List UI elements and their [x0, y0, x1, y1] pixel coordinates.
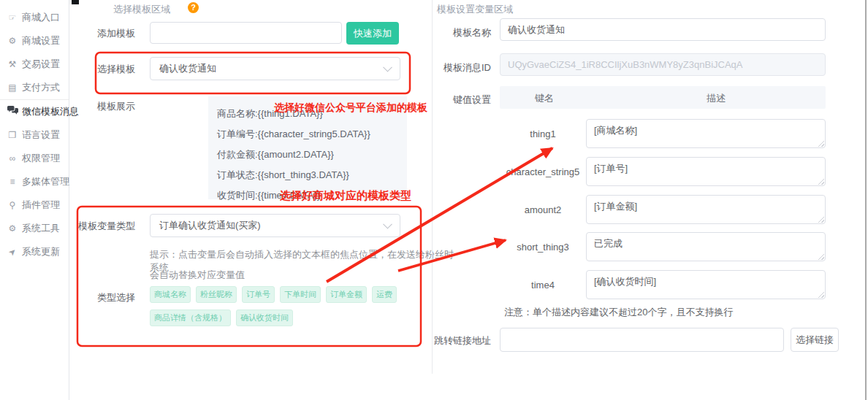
type-select-label: 类型选择 — [80, 291, 135, 304]
template-var-type-value: 订单确认收货通知(买家) — [159, 219, 261, 232]
tag-confirm-receipt-time[interactable]: 确认收货时间 — [236, 309, 293, 326]
red-annotation-note1: 选择好微信公众号平台添加的模板 — [274, 101, 427, 115]
sidebar-item-label: 商城入口 — [22, 11, 60, 24]
template-msg-id-label: 模板消息ID — [430, 61, 491, 74]
kv-key-header: 键名 — [511, 92, 577, 105]
left-section-title: 选择模板区域 — [113, 3, 170, 16]
sidebar-item-label: 交易设置 — [22, 58, 60, 71]
hand-pointer-icon: ☞ — [7, 12, 18, 23]
template-var-type-label: 模板变量类型 — [69, 220, 135, 233]
sidebar-item-payment-methods[interactable]: ▤ 支付方式 — [0, 76, 69, 99]
sidebar-item-system-update[interactable]: ➤ 系统更新 — [0, 240, 69, 264]
system-tools-icon: ⚙ — [7, 223, 18, 234]
kv-desc-header: 描述 — [628, 92, 804, 105]
sidebar-item-label: 语言设置 — [22, 128, 60, 142]
kv-desc-short-thing3-textarea[interactable]: 已完成 — [586, 232, 826, 261]
choose-link-button[interactable]: 选择链接 — [791, 328, 839, 352]
sidebar-item-trade-settings[interactable]: ⚒ 交易设置 — [0, 53, 69, 76]
template-var-type-dropdown[interactable]: 订单确认收货通知(买家) — [150, 214, 400, 237]
kv-key-time4: time4 — [500, 280, 586, 291]
kv-desc-row: [商城名称] — [586, 119, 826, 148]
kv-desc-row: [订单金额] — [586, 195, 826, 224]
gear-icon: ⚙ — [7, 36, 18, 46]
plugin-icon: ⚲ — [7, 200, 18, 210]
tools-icon: ⚒ — [7, 59, 18, 69]
kv-desc-character-string5-textarea[interactable]: [订单号] — [586, 157, 826, 186]
sidebar-item-wechat-template-message[interactable]: 微信模板消息 — [0, 99, 69, 123]
permissions-icon: ∞ — [7, 153, 18, 164]
sidebar-item-mall-entry[interactable]: ☞ 商城入口 — [0, 6, 69, 29]
kv-desc-row: [订单号] — [586, 157, 826, 186]
template-display-line: 付款金额:{{amount2.DATA}} — [217, 145, 398, 165]
sidebar-item-label: 系统更新 — [22, 245, 60, 258]
red-annotation-note2: 选择好商城对应的模板类型 — [280, 189, 411, 203]
kv-desc-row: [确认收货时间] — [586, 270, 826, 299]
sidebar-item-label: 权限管理 — [22, 152, 60, 165]
send-icon: ➤ — [4, 244, 20, 259]
kv-desc-time4-textarea[interactable]: [确认收货时间] — [586, 270, 826, 299]
template-msg-id-input — [500, 53, 826, 76]
kv-key-thing1: thing1 — [500, 128, 586, 139]
help-icon[interactable]: ? — [188, 2, 199, 13]
select-template-label: 选择模板 — [80, 63, 135, 76]
credit-card-icon: ▤ — [7, 82, 18, 93]
tag-fan-nickname[interactable]: 粉丝昵称 — [196, 286, 237, 303]
sidebar-item-plugin-management[interactable]: ⚲ 插件管理 — [0, 193, 69, 217]
variable-tag-list: 商城名称 粉丝昵称 订单号 下单时间 订单金额 运费 商品详情（含规格） 确认收… — [150, 286, 402, 326]
sidebar-item-label: 系统工具 — [22, 222, 60, 235]
sidebar-item-permissions[interactable]: ∞ 权限管理 — [0, 147, 69, 170]
sidebar-item-system-tools[interactable]: ⚙ 系统工具 — [0, 217, 69, 240]
add-template-input[interactable] — [150, 22, 342, 44]
jump-link-input[interactable] — [500, 328, 784, 352]
chevron-down-icon — [383, 63, 392, 72]
hint-text-line2: 会自动替换对应变量值 — [150, 269, 457, 282]
template-name-label: 模板名称 — [435, 26, 491, 39]
select-template-value: 确认收货通知 — [159, 62, 216, 75]
kv-note: 注意：单个描述内容建议不超过20个字，且不支持换行 — [504, 306, 733, 319]
sidebar: ☞ 商城入口 ⚙ 商城设置 ⚒ 交易设置 ▤ 支付方式 微信模板消息 ❐ 语言设… — [0, 0, 69, 400]
template-display-line: 订单状态:{{short_thing3.DATA}} — [217, 165, 398, 185]
template-name-input[interactable] — [500, 18, 826, 41]
sidebar-item-language-settings[interactable]: ❐ 语言设置 — [0, 123, 69, 147]
template-display-line: 订单编号:{{character_string5.DATA}} — [217, 124, 398, 145]
panel-divider — [432, 0, 433, 374]
kv-header-row: 键名 描述 — [500, 86, 826, 109]
template-display-label: 模板展示 — [80, 100, 135, 113]
screen-artifact — [72, 0, 79, 4]
media-list-icon: ≡ — [7, 177, 18, 187]
kv-desc-thing1-textarea[interactable]: [商城名称] — [586, 119, 826, 148]
jump-link-label: 跳转链接地址 — [430, 334, 491, 347]
add-template-label: 添加模板 — [80, 27, 135, 40]
wechat-template-message-settings-page: ☞ 商城入口 ⚙ 商城设置 ⚒ 交易设置 ▤ 支付方式 微信模板消息 ❐ 语言设… — [0, 0, 868, 400]
sidebar-item-label: 商城设置 — [22, 34, 60, 47]
kv-desc-row: 已完成 — [586, 232, 826, 261]
sidebar-item-label: 支付方式 — [22, 81, 60, 94]
right-section-title: 模板设置变量区域 — [437, 3, 513, 16]
language-icon: ❐ — [7, 130, 18, 140]
chevron-down-icon — [383, 220, 392, 229]
kv-key-short-thing3: short_thing3 — [500, 242, 586, 253]
kv-key-amount2: amount2 — [500, 204, 586, 215]
tag-order-no[interactable]: 订单号 — [242, 286, 275, 303]
kv-key-character-string5: character_string5 — [500, 166, 586, 177]
quick-add-button[interactable]: 快速添加 — [346, 22, 399, 45]
tag-mall-name[interactable]: 商城名称 — [150, 286, 191, 303]
sidebar-item-label: 微信模板消息 — [22, 105, 79, 118]
sidebar-item-label: 插件管理 — [22, 199, 60, 212]
kv-desc-amount2-textarea[interactable]: [订单金额] — [586, 195, 826, 224]
sidebar-item-label: 多媒体管理 — [22, 175, 69, 188]
kv-settings-label: 键值设置 — [435, 93, 491, 107]
window-edge — [865, 0, 867, 400]
tag-shipping-fee[interactable]: 运费 — [372, 286, 397, 303]
tag-product-detail[interactable]: 商品详情（含规格） — [150, 309, 231, 326]
sidebar-item-media-management[interactable]: ≡ 多媒体管理 — [0, 170, 69, 193]
select-template-dropdown[interactable]: 确认收货通知 — [150, 57, 400, 80]
comments-icon — [7, 106, 18, 118]
tag-order-time[interactable]: 下单时间 — [280, 286, 321, 303]
tag-order-amount[interactable]: 订单金额 — [326, 286, 367, 303]
sidebar-item-mall-settings[interactable]: ⚙ 商城设置 — [0, 29, 69, 53]
